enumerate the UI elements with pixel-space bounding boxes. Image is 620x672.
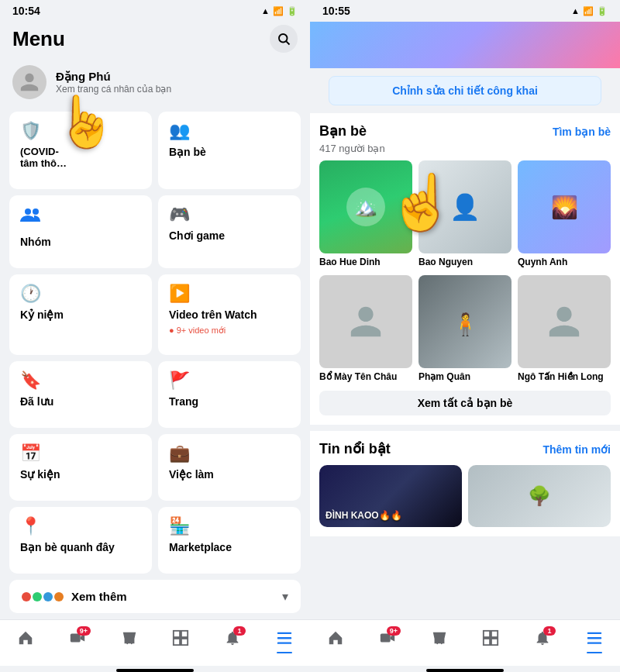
profile-sub: Xem trang cá nhân của bạn xyxy=(56,84,171,95)
tin-card-2[interactable]: 🌳 xyxy=(468,465,611,527)
svg-rect-8 xyxy=(181,631,188,637)
right-status-icons: ▲ 📶 🔋 xyxy=(571,6,608,16)
see-all-friends-button[interactable]: Xem tất cả bạn bè xyxy=(319,391,611,415)
ban-be-label: Bạn bè xyxy=(169,146,290,158)
nav-menu[interactable] xyxy=(270,626,299,653)
covid-icon: 🛡️ xyxy=(20,121,141,141)
friend-ngo-tan-hien-long[interactable]: Ngô Tấn Hiền Long xyxy=(518,275,611,384)
friend-photo-bao-nguyen: 👤 xyxy=(418,160,512,253)
nav-square[interactable] xyxy=(166,626,195,653)
nav-video[interactable]: 9+ xyxy=(63,626,92,653)
svg-rect-9 xyxy=(174,639,180,645)
friend-name-quynh-anh: Quynh Anh xyxy=(518,257,611,269)
menu-item-trang[interactable]: 🚩 Trang xyxy=(158,361,301,428)
svg-point-2 xyxy=(25,208,31,215)
right-time: 10:55 xyxy=(322,5,350,17)
right-nav-shop[interactable] xyxy=(425,626,454,653)
marketplace-icon: 🏪 xyxy=(169,516,290,536)
svg-point-16 xyxy=(440,643,442,644)
friend-name-ngo-tan-hien-long: Ngô Tấn Hiền Long xyxy=(518,371,611,384)
edit-public-section: Chỉnh sửa chi tiết công khai xyxy=(319,76,611,105)
profile-row[interactable]: Đặng Phú Xem trang cá nhân của bạn xyxy=(0,59,310,105)
friend-bao-nguyen[interactable]: 👤 Bao Nguyen xyxy=(418,160,512,269)
friend-bo-may-ten-chau[interactable]: Bổ Mày Tên Châu xyxy=(319,275,412,384)
right-nav-home[interactable] xyxy=(321,626,350,653)
nav-bell[interactable]: 1 xyxy=(218,626,247,653)
svg-rect-23 xyxy=(587,643,601,644)
friends-section-header: Bạn bè Tìm bạn bè xyxy=(319,122,611,140)
menu-item-covid[interactable]: 🛡️ (COVID-tâm thô… xyxy=(9,112,152,189)
right-status-bar: 10:55 ▲ 📶 🔋 xyxy=(310,0,620,22)
svg-rect-10 xyxy=(181,639,188,645)
friend-photo-quynh-anh: 🌄 xyxy=(518,160,611,253)
menu-item-da-luu[interactable]: 🔖 Đã lưu xyxy=(9,361,152,428)
marketplace-label: Marketplace xyxy=(169,541,290,553)
svg-rect-19 xyxy=(484,639,490,645)
svg-line-1 xyxy=(286,41,289,44)
find-friends-link[interactable]: Tìm bạn bè xyxy=(553,126,611,138)
nav-shop[interactable] xyxy=(115,626,144,653)
edit-public-button[interactable]: Chỉnh sửa chi tiết công khai xyxy=(329,76,601,105)
home-indicator-left xyxy=(116,669,194,672)
game-icon: 🎮 xyxy=(169,205,290,225)
right-shop-icon xyxy=(431,629,448,650)
svg-rect-17 xyxy=(484,631,490,637)
friends-section: Bạn bè Tìm bạn bè 417 người bạn 🏔️ Bao H… xyxy=(310,113,620,425)
nav-home[interactable] xyxy=(11,626,40,653)
right-nav-video[interactable]: 9+ xyxy=(373,626,402,653)
tin-section: Tin nổi bật Thêm tin mới ĐÌNH KAOO🔥🔥 🌳 xyxy=(310,431,620,536)
svg-point-15 xyxy=(436,643,438,644)
svg-rect-11 xyxy=(277,632,291,634)
tin-card-1[interactable]: ĐÌNH KAOO🔥🔥 xyxy=(319,465,462,527)
right-nav-menu[interactable] xyxy=(580,626,609,653)
right-bell-badge: 1 xyxy=(543,626,556,636)
see-more-label: Xem thêm xyxy=(71,590,274,603)
svg-rect-18 xyxy=(491,631,498,637)
profile-info: Đặng Phú Xem trang cá nhân của bạn xyxy=(56,70,171,95)
right-nav-square[interactable] xyxy=(476,626,505,653)
menu-item-ban-be[interactable]: 👥 Bạn bè xyxy=(158,112,301,189)
right-active-nav-line xyxy=(587,652,602,653)
menu-item-su-kien[interactable]: 📅 Sự kiện xyxy=(9,434,152,501)
menu-item-viec-lam[interactable]: 💼 Việc làm xyxy=(158,434,301,501)
ky-niem-icon: 🕐 xyxy=(20,284,141,304)
right-panel: 10:55 ▲ 📶 🔋 Chỉnh sửa chi tiết công khai… xyxy=(310,0,620,672)
chevron-down-icon: ▾ xyxy=(282,589,288,604)
friends-grid: 🏔️ Bao Hue Dinh 👤 Bao Nguyen 🌄 xyxy=(319,160,611,383)
right-nav-bell[interactable]: 1 xyxy=(528,626,557,653)
friends-title: Bạn bè xyxy=(319,122,367,140)
tin-cards: ĐÌNH KAOO🔥🔥 🌳 xyxy=(319,465,611,527)
menu-item-marketplace[interactable]: 🏪 Marketplace xyxy=(158,507,301,574)
nearby-icon: 📍 xyxy=(20,516,141,536)
friend-name-bao-nguyen: Bao Nguyen xyxy=(418,257,512,269)
svg-rect-21 xyxy=(587,632,601,634)
bell-badge: 1 xyxy=(233,626,246,636)
video-watch-sub: ● 9+ video mới xyxy=(169,326,290,336)
friends-count: 417 người bạn xyxy=(319,143,611,154)
home-icon xyxy=(17,629,34,650)
see-more-row[interactable]: Xem thêm ▾ xyxy=(9,580,301,613)
svg-rect-12 xyxy=(277,637,291,639)
them-tin-moi-link[interactable]: Thêm tin mới xyxy=(542,443,611,456)
su-kien-label: Sự kiện xyxy=(20,468,141,481)
svg-rect-20 xyxy=(491,639,498,645)
friend-quynh-anh[interactable]: 🌄 Quynh Anh xyxy=(518,160,611,269)
menu-item-choi-game[interactable]: 🎮 Chơi game xyxy=(158,195,301,268)
video-watch-label: Video trên Watch xyxy=(169,308,290,321)
friend-pham-quan[interactable]: 🧍 Phạm Quân xyxy=(418,275,512,384)
menu-search-button[interactable] xyxy=(270,25,298,53)
menu-item-ky-niem[interactable]: 🕐 Kỷ niệm xyxy=(9,274,152,356)
right-menu-icon xyxy=(586,629,603,650)
tin-title: Tin nổi bật xyxy=(319,440,391,457)
friend-photo-bao-hue-dinh: 🏔️ xyxy=(319,160,412,253)
menu-item-video-watch[interactable]: ▶️ Video trên Watch ● 9+ video mới xyxy=(158,274,301,356)
left-bottom-nav: 9+ 1 xyxy=(0,619,310,666)
menu-item-ban-be-quanh-day[interactable]: 📍 Bạn bè quanh đây xyxy=(9,507,152,574)
profile-name: Đặng Phú xyxy=(56,70,171,84)
right-content: Chỉnh sửa chi tiết công khai Bạn bè Tìm … xyxy=(310,22,620,619)
viec-lam-icon: 💼 xyxy=(169,443,290,464)
menu-icon xyxy=(276,629,293,650)
right-home-icon xyxy=(327,629,344,650)
menu-item-nhom[interactable]: Nhóm xyxy=(9,195,152,268)
friend-bao-hue-dinh[interactable]: 🏔️ Bao Hue Dinh xyxy=(319,160,412,269)
